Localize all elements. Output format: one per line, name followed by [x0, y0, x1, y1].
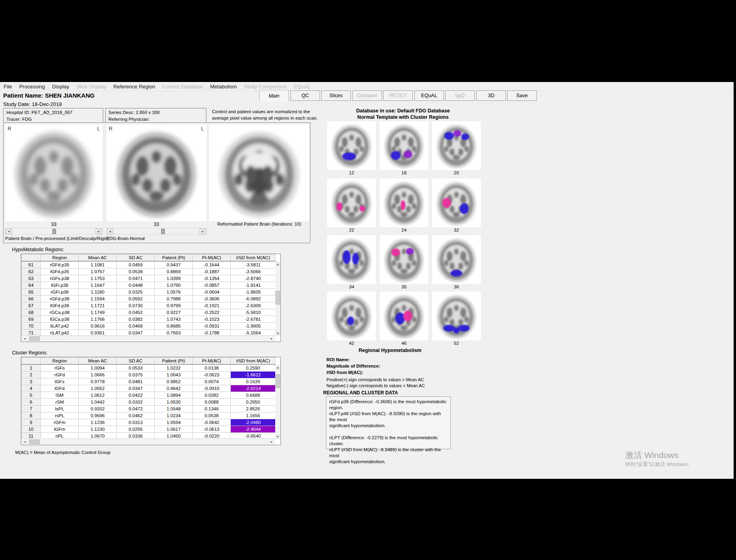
magnitude-label: Magnitude of Difference:	[326, 364, 380, 368]
scroll-left-icon[interactable]: ◄	[22, 439, 28, 444]
table-row[interactable]: 5lSM1.06120.04221.08940.02820.6688	[22, 392, 276, 399]
table-cell: rGFi.p38	[41, 289, 79, 296]
table-cell: lGFs	[41, 378, 79, 385]
column-header: Pt-M(AC)	[193, 358, 231, 365]
slice-slider-1[interactable]: ◄ ►	[5, 228, 102, 235]
scroll-down-icon[interactable]: ▼	[275, 331, 280, 336]
template-slice-42: 42	[327, 292, 376, 346]
slider-left-arrow-icon[interactable]: ◄	[6, 228, 12, 234]
column-header: Mean AC	[79, 254, 117, 262]
template-brain-image[interactable]: R L	[106, 124, 206, 221]
table-cell: rSM	[41, 399, 79, 406]
slider-thumb[interactable]	[52, 229, 56, 234]
table-cell: 0.9616	[79, 323, 117, 330]
scrollbar-thumb[interactable]	[276, 374, 280, 388]
table-row[interactable]: 6rSM1.04420.03321.05300.00880.2650	[22, 399, 276, 406]
template-slice-number: 12	[327, 170, 376, 175]
table-row[interactable]: 61rGFd.p351.10810.04590.9437-0.1644-3.58…	[22, 261, 276, 268]
table-row[interactable]: 7lsPL0.92020.04721.05480.13462.8526	[22, 406, 276, 412]
row-number-cell: 68	[22, 309, 41, 316]
slider-right-arrow-icon[interactable]: ►	[200, 228, 206, 234]
table-cell: 0.8685	[155, 323, 193, 330]
patient-name: Patient Name: SHEN JIANKANG	[3, 92, 94, 99]
scrollbar-thumb[interactable]	[29, 440, 40, 444]
menu-file[interactable]: File	[0, 84, 16, 90]
slider-left-arrow-icon[interactable]: ◄	[107, 228, 113, 234]
table-cell: 0.9696	[79, 412, 117, 419]
vertical-scrollbar[interactable]: ▲▼	[275, 262, 280, 336]
scroll-right-icon[interactable]: ►	[269, 439, 274, 444]
table-cell: rGFs	[41, 364, 79, 372]
row-number-cell: 7	[22, 406, 41, 412]
menu-display[interactable]: Display	[48, 84, 73, 90]
table-cell: 0.0448	[117, 282, 155, 289]
row-number-cell: 62	[22, 268, 41, 275]
row-number-cell: 65	[22, 289, 41, 296]
table-cell: 0.6688	[231, 392, 276, 399]
table-row[interactable]: 70liLAT.p420.96160.04680.8685-0.0931-1.9…	[22, 323, 276, 330]
table-row[interactable]: 10lGFm1.12300.02551.0617-0.0613-2.4044	[22, 426, 276, 433]
scroll-right-icon[interactable]: ►	[269, 336, 274, 341]
table-row[interactable]: 64lGFi.p381.16470.04481.0790-0.0857-1.91…	[22, 282, 276, 289]
table-cell: 0.9778	[79, 378, 117, 385]
menu-reference-region[interactable]: Reference Region	[110, 84, 159, 90]
menu-metabolism[interactable]: Metabolism	[206, 84, 240, 90]
table-row[interactable]: 9rGFm1.12360.03131.0594-0.0642-2.0480	[22, 419, 276, 426]
table-row[interactable]: 67lGFd.p381.17210.07300.9799-0.1921-2.63…	[22, 302, 276, 309]
scrollbar-thumb[interactable]	[29, 336, 40, 341]
table-row[interactable]: 2rGFd1.06660.03751.0043-0.0623-1.6612	[22, 372, 276, 378]
tab-equal[interactable]: EQuAL	[414, 90, 444, 101]
scrollbar-thumb[interactable]	[276, 291, 280, 304]
table-cell: -0.2522	[193, 309, 231, 316]
template-slice-24: 24	[380, 178, 428, 232]
table-cell: 0.0472	[117, 406, 155, 412]
table-row[interactable]: 1rGFs1.00940.05331.02320.01380.2590	[22, 364, 276, 372]
tab-save[interactable]: Save	[507, 90, 537, 101]
table-cell: 0.0538	[117, 268, 155, 275]
table-cell: 1.0594	[155, 419, 193, 426]
data-table: RegionMean ACSD ACPatient (Pt)Pt-M(AC)#S…	[21, 357, 276, 440]
table-cell: 1.1647	[79, 282, 117, 289]
template-slice-22: 22	[327, 178, 376, 232]
scroll-up-icon[interactable]: ▲	[275, 365, 280, 370]
scroll-up-icon[interactable]: ▲	[275, 262, 280, 267]
scroll-down-icon[interactable]: ▼	[275, 434, 280, 439]
table-row[interactable]: 8rsPL0.96960.04621.02340.05381.1656	[22, 412, 276, 419]
slice-slider-2[interactable]: ◄ ►	[106, 228, 206, 235]
table-cell: -0.0642	[193, 419, 231, 426]
table-row[interactable]: 66rGFd.p381.15940.05920.7988-0.3606-6.08…	[22, 296, 276, 302]
menu-processing[interactable]: Processing	[16, 84, 48, 90]
table-row[interactable]: 63rGFs.p381.17530.04711.0399-0.1354-2.87…	[22, 275, 276, 282]
tab-qc[interactable]: QC	[290, 90, 320, 101]
table-cell: -1.9141	[231, 282, 276, 289]
table-row[interactable]: 68rGCa.p381.17490.04520.9227-0.2522-5.58…	[22, 309, 276, 316]
table-cell: -0.3606	[193, 296, 231, 302]
table-cell: -2.6309	[231, 302, 276, 309]
table-cell: -0.0613	[193, 426, 231, 433]
table-row[interactable]: 62lGFd.p351.07570.05380.8869-0.1887-3.50…	[22, 268, 276, 275]
table-cell: 0.0282	[193, 392, 231, 399]
column-header: Pt-M(AC)	[193, 254, 231, 262]
tab-main[interactable]: Main	[259, 90, 289, 102]
patient-brain-image[interactable]: R L	[5, 124, 102, 221]
reformatted-brain-image[interactable]	[209, 124, 309, 221]
database-title: Database in use: Default FDG Database	[326, 108, 480, 114]
menu-study-comparison: Study Comparison	[240, 84, 290, 90]
slider-thumb[interactable]	[161, 229, 165, 234]
row-number-cell: 8	[22, 412, 41, 419]
scroll-left-icon[interactable]: ◄	[22, 336, 28, 341]
table-row[interactable]: 65rGFi.p381.11800.03251.0576-0.0604-1.86…	[22, 289, 276, 296]
tab-3d[interactable]: 3D	[476, 90, 506, 101]
table-cell: -3.5066	[231, 268, 276, 275]
vertical-scrollbar[interactable]: ▲▼	[275, 365, 280, 439]
slider-right-arrow-icon[interactable]: ►	[96, 228, 102, 234]
table-row[interactable]: 69lGCa.p381.17660.03821.0743-0.1023-2.67…	[22, 316, 276, 323]
table-row[interactable]: 3lGFs0.97780.04810.98520.00740.1539	[22, 378, 276, 385]
horizontal-scrollbar[interactable]: ◄►	[21, 335, 275, 342]
table-cell: 1.1766	[79, 316, 117, 323]
table-cell: 1.0790	[155, 282, 193, 289]
horizontal-scrollbar[interactable]: ◄►	[21, 438, 275, 445]
table-cell: rsPL	[41, 412, 79, 419]
tab-slices[interactable]: Slices	[321, 90, 351, 101]
table-row[interactable]: 4lGFd1.05520.03470.9642-0.0910-2.6214	[22, 385, 276, 392]
